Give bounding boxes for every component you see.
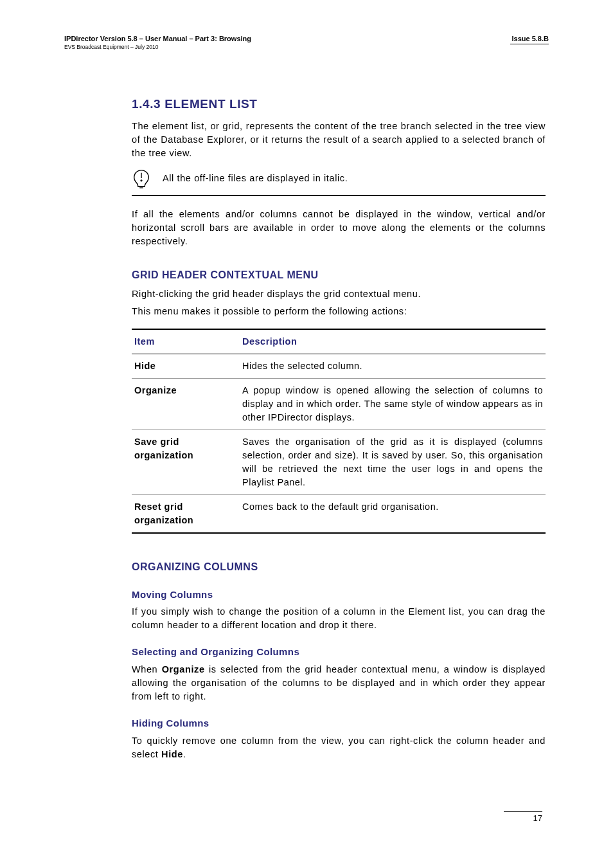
table-cell-desc: Hides the selected column.	[240, 354, 546, 379]
paragraph: The element list, or grid, represents th…	[132, 120, 546, 160]
page-footer: 17	[504, 811, 542, 823]
table-cell-desc: A popup window is opened allowing the se…	[240, 379, 546, 430]
heading-hiding-columns: Hiding Columns	[132, 716, 546, 730]
page-container: IPDirector Version 5.8 – User Manual – P…	[0, 0, 613, 868]
text-span: To quickly remove one column from the vi…	[132, 736, 546, 759]
header-rule	[510, 44, 549, 44]
table-cell-key: Organize	[132, 379, 240, 430]
svg-point-3	[141, 180, 142, 181]
table-cell-key: Save grid organization	[132, 430, 240, 495]
paragraph: If you simply wish to change the positio…	[132, 605, 546, 632]
footer-rule	[504, 811, 542, 812]
note-row: All the off-line files are displayed in …	[132, 169, 546, 192]
header-left: IPDirector Version 5.8 – User Manual – P…	[64, 35, 251, 50]
header-title: IPDirector Version 5.8 – User Manual – P…	[64, 35, 251, 44]
paragraph: If all the elements and/or columns canno…	[132, 208, 546, 248]
table-row: Hide Hides the selected column.	[132, 354, 546, 379]
bold-span: Organize	[162, 664, 205, 674]
heading-selecting-organizing: Selecting and Organizing Columns	[132, 645, 546, 659]
note-icon	[132, 169, 151, 188]
table-header-item: Item	[132, 329, 240, 354]
note-text: All the off-line files are displayed in …	[163, 172, 546, 185]
heading-grid-header-menu: GRID HEADER CONTEXTUAL MENU	[132, 267, 546, 282]
page-number: 17	[504, 813, 542, 823]
table-header-row: Item Description	[132, 329, 546, 354]
table-row: Organize A popup window is opened allowi…	[132, 379, 546, 430]
content-body: 1.4.3 ELEMENT LIST The element list, or …	[132, 95, 546, 761]
header-right: Issue 5.8.B	[510, 35, 549, 44]
heading-moving-columns: Moving Columns	[132, 588, 546, 602]
text-span: .	[183, 749, 186, 759]
note-rule	[132, 195, 546, 196]
heading-element-list: 1.4.3 ELEMENT LIST	[132, 95, 546, 113]
header-subtitle: EVS Broadcast Equipment – July 2010	[64, 44, 251, 51]
table-cell-key: Reset grid organization	[132, 495, 240, 534]
heading-organizing-columns: ORGANIZING COLUMNS	[132, 559, 546, 574]
paragraph: This menu makes it possible to perform t…	[132, 305, 546, 318]
page-header: IPDirector Version 5.8 – User Manual – P…	[64, 35, 549, 50]
text-span: When	[132, 664, 162, 674]
table-row: Reset grid organization Comes back to th…	[132, 495, 546, 534]
paragraph: To quickly remove one column from the vi…	[132, 734, 546, 761]
grid-table: Item Description Hide Hides the selected…	[132, 329, 546, 534]
table-cell-key: Hide	[132, 354, 240, 379]
paragraph: When Organize is selected from the grid …	[132, 663, 546, 703]
table-header-description: Description	[240, 329, 546, 354]
paragraph: Right-clicking the grid header displays …	[132, 287, 546, 301]
table-row: Save grid organization Saves the organis…	[132, 430, 546, 495]
header-issue: Issue 5.8.B	[510, 35, 549, 42]
table-cell-desc: Comes back to the default grid organisat…	[240, 495, 546, 534]
table-cell-desc: Saves the organisation of the grid as it…	[240, 430, 546, 495]
bold-span: Hide	[161, 749, 183, 759]
